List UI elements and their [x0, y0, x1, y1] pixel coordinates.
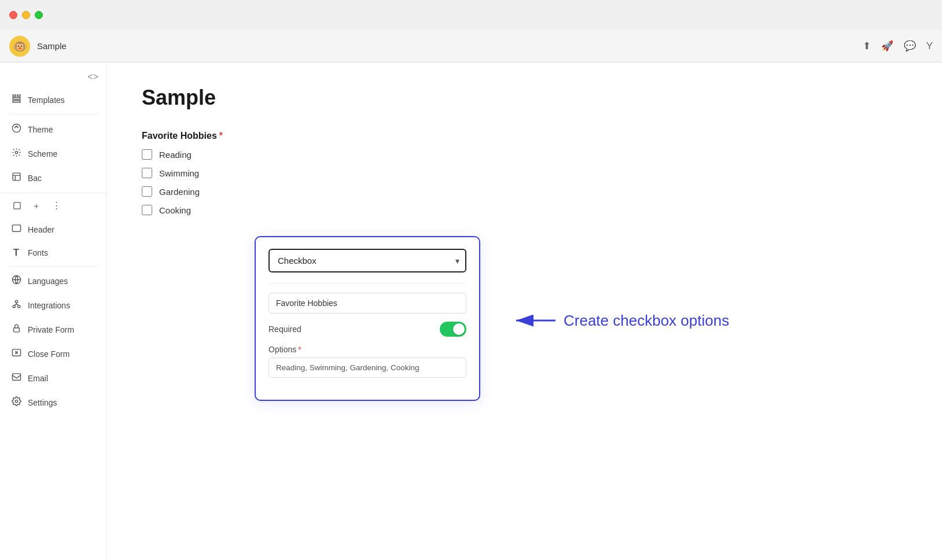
checkbox-gardening[interactable] — [142, 186, 152, 197]
content-area: Sample Favorite Hobbies* Reading Swimmin… — [107, 62, 942, 560]
maximize-button[interactable] — [35, 11, 43, 19]
sidebar-label-languages: Languages — [28, 277, 68, 286]
divider-2 — [8, 266, 98, 267]
checkbox-reading[interactable] — [142, 149, 152, 160]
sidebar-item-templates[interactable]: Templates — [0, 88, 106, 112]
sidebar-item-languages[interactable]: Languages — [0, 269, 106, 293]
toggle-slider — [440, 322, 466, 337]
sidebar-item-background[interactable]: Bac — [0, 166, 106, 190]
divider-1 — [8, 115, 98, 115]
sidebar-label-scheme: Scheme — [28, 149, 57, 159]
options-input[interactable] — [268, 358, 466, 378]
required-label: Required — [268, 325, 301, 334]
options-required-star: * — [298, 345, 301, 354]
app-body: <> Templates Theme Scheme Bac — [0, 62, 942, 560]
titlebar — [0, 0, 942, 30]
checkbox-label-swimming: Swimming — [159, 168, 199, 178]
sidebar-label-settings: Settings — [28, 398, 57, 407]
sidebar-label-email: Email — [28, 374, 48, 383]
checkbox-cooking[interactable] — [142, 205, 152, 215]
svg-rect-8 — [13, 202, 20, 208]
svg-rect-9 — [12, 225, 20, 231]
checkbox-label-reading: Reading — [159, 150, 192, 160]
svg-point-17 — [15, 400, 17, 402]
app-logo: 🐵 — [9, 36, 30, 57]
options-label: Options* — [268, 345, 466, 354]
checkbox-swimming[interactable] — [142, 168, 152, 178]
checkbox-item-cooking: Cooking — [142, 205, 907, 215]
svg-rect-1 — [17, 95, 20, 97]
sidebar-item-header[interactable]: Header — [0, 218, 106, 242]
scheme-icon — [10, 148, 22, 160]
minimize-button[interactable] — [22, 11, 30, 19]
sidebar-label-integrations: Integrations — [28, 301, 70, 310]
browser-title: Sample — [37, 41, 67, 51]
svg-rect-14 — [13, 328, 19, 332]
sidebar-item-fonts[interactable]: T Fonts — [0, 242, 106, 264]
svg-rect-3 — [13, 101, 20, 102]
close-button[interactable] — [9, 11, 17, 19]
svg-rect-7 — [13, 173, 20, 180]
required-row: Required — [268, 322, 466, 337]
sidebar-label-templates: Templates — [28, 95, 65, 105]
sidebar-label-header: Header — [28, 225, 54, 234]
email-icon — [10, 372, 22, 385]
type-select[interactable]: Checkbox Radio Dropdown Text Number — [268, 249, 466, 272]
sidebar-item-close-form[interactable]: Close Form — [0, 342, 106, 366]
svg-point-5 — [16, 126, 16, 127]
annotation-text: Create checkbox options — [564, 312, 729, 330]
sidebar-label-close-form: Close Form — [28, 349, 69, 359]
background-icon — [10, 172, 22, 185]
sidebar: <> Templates Theme Scheme Bac — [0, 62, 107, 560]
languages-icon — [10, 275, 22, 288]
element-more-icon[interactable]: ⋮ — [47, 197, 65, 214]
sidebar-label-private-form: Private Form — [28, 325, 74, 334]
field-label: Favorite Hobbies* — [142, 131, 907, 141]
settings-icon — [10, 396, 22, 409]
checkbox-label-cooking: Cooking — [159, 205, 191, 215]
options-group: Options* — [268, 345, 466, 378]
svg-rect-16 — [12, 374, 20, 380]
chat-icon[interactable]: 💬 — [904, 40, 916, 52]
sidebar-label-fonts: Fonts — [28, 248, 48, 257]
sidebar-item-settings[interactable]: Settings — [0, 390, 106, 415]
required-toggle[interactable] — [440, 322, 466, 337]
close-form-icon — [10, 348, 22, 360]
editor-panel: Checkbox Radio Dropdown Text Number ▾ Re… — [255, 236, 480, 401]
header-icon — [10, 223, 22, 236]
page-title: Sample — [142, 86, 907, 110]
sidebar-item-integrations[interactable]: Integrations — [0, 293, 106, 318]
editor-divider — [268, 283, 466, 283]
sidebar-item-theme[interactable]: Theme — [0, 117, 106, 142]
checkbox-item-swimming: Swimming — [142, 168, 907, 178]
field-name-group — [268, 293, 466, 314]
share-icon[interactable]: ⬆ — [863, 40, 871, 52]
type-select-wrapper: Checkbox Radio Dropdown Text Number ▾ — [268, 249, 466, 272]
fonts-icon: T — [10, 248, 22, 258]
sidebar-item-private-form[interactable]: Private Form — [0, 318, 106, 342]
rocket-icon[interactable]: 🚀 — [881, 40, 893, 52]
svg-rect-2 — [13, 98, 20, 100]
integrations-icon — [10, 299, 22, 312]
annotation: Create checkbox options — [509, 310, 729, 331]
field-name-input[interactable] — [268, 293, 466, 314]
checkbox-item-gardening: Gardening — [142, 186, 907, 197]
private-form-icon — [10, 323, 22, 336]
sidebar-item-scheme[interactable]: Scheme — [0, 142, 106, 166]
svg-point-13 — [17, 305, 20, 308]
checkbox-list: Reading Swimming Gardening Cooking — [142, 149, 907, 215]
sidebar-collapse-button[interactable]: <> — [0, 69, 106, 88]
svg-point-4 — [12, 124, 20, 132]
element-add-icon[interactable]: + — [28, 197, 45, 214]
arrow-icon — [509, 310, 555, 331]
svg-point-6 — [15, 151, 17, 153]
required-star: * — [219, 131, 223, 141]
sidebar-item-email[interactable]: Email — [0, 366, 106, 390]
user-icon[interactable]: Y — [926, 40, 933, 52]
theme-icon — [10, 123, 22, 136]
browser-chrome: 🐵 Sample ⬆ 🚀 💬 Y — [0, 30, 942, 62]
checkbox-item-reading: Reading — [142, 149, 907, 160]
svg-point-12 — [13, 305, 15, 308]
element-box-icon[interactable] — [8, 197, 25, 214]
svg-rect-0 — [13, 95, 16, 97]
